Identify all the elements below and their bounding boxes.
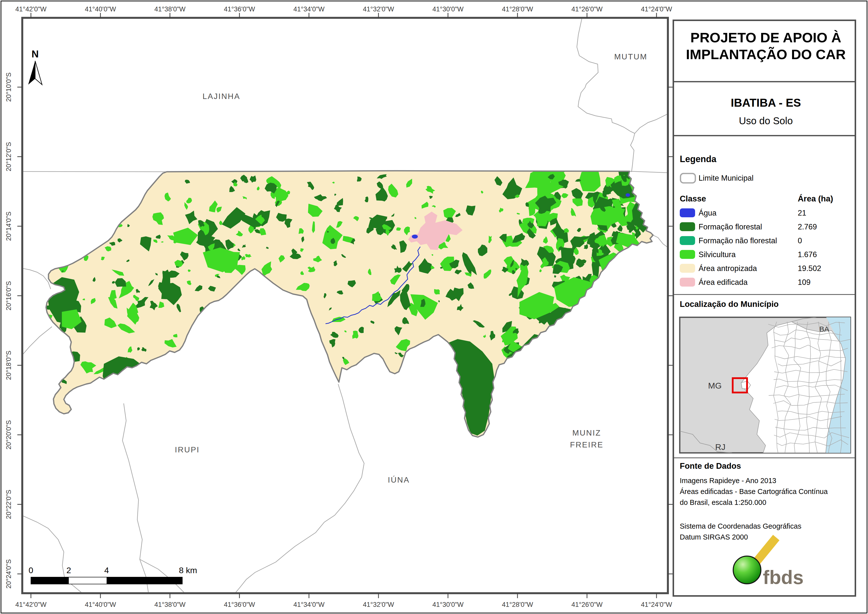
inset-label-ba: BA: [819, 325, 829, 333]
scale-4: 4: [104, 566, 109, 575]
project-title: PROJETO DE APOIO À IMPLANTAÇÃO DO CAR: [675, 29, 856, 63]
lon-label-top: 41°24'0"W: [641, 5, 672, 13]
lon-label-top: 41°32'0"W: [363, 5, 394, 13]
lat-label-left: 20°18'0"S: [5, 351, 12, 380]
lon-label-top: 41°30'0"W: [432, 5, 464, 13]
lon-label-bottom: 41°24'0"W: [641, 601, 672, 608]
label-mutum: MUTUM: [614, 52, 647, 61]
lon-label-top: 41°34'0"W: [293, 5, 325, 13]
label-freire: FREIRE: [570, 440, 603, 449]
lat-label-left: 20°12'0"S: [5, 142, 12, 171]
legend-swatch: [680, 208, 695, 217]
map-layout-page: LAJINHA MUTUM IRUPI IÚNA MUNIZ FREIRE IB…: [0, 0, 868, 614]
lat-label-left: 20°20'0"S: [5, 420, 12, 450]
inset-label-rj: RJ: [715, 442, 725, 452]
source-line-4: Sistema de Coordenadas Geográficas: [680, 522, 853, 530]
lon-label-bottom: 41°34'0"W: [293, 601, 325, 608]
lake: [412, 235, 418, 239]
legend-swatch: [680, 250, 695, 259]
scale-8km: 8 km: [179, 566, 197, 575]
scale-bar: [31, 577, 182, 584]
legend-class-label: Formação florestal: [699, 222, 762, 232]
label-lajinha: LAJINHA: [203, 92, 240, 101]
legend-area-value: 1.676: [798, 250, 817, 259]
logo-text: fbds: [763, 566, 804, 588]
legend-class-label: Área antropizada: [699, 264, 757, 273]
legend-swatch: [680, 278, 695, 287]
legend-swatch: [680, 264, 695, 273]
lat-label-left: 20°22'0"S: [5, 490, 12, 519]
lon-label-bottom: 41°40'0"W: [85, 601, 116, 608]
lat-label-left: 20°16'0"S: [5, 281, 12, 311]
legend-area-value: 0: [798, 236, 802, 245]
legend-col-classe: Classe: [680, 194, 706, 204]
source-line-5: Datum SIRGAS 2000: [680, 533, 853, 541]
map-theme-subtitle: Uso do Solo: [675, 115, 856, 126]
lat-label-left: 20°10'0"S: [5, 73, 12, 102]
label-iuna: IÚNA: [388, 476, 410, 484]
pond: [626, 193, 630, 197]
scale-2: 2: [67, 566, 71, 575]
legend-area-value: 109: [798, 278, 811, 287]
north-label: N: [32, 48, 39, 59]
lon-label-bottom: 41°26'0"W: [571, 601, 603, 608]
logo-sphere-icon: [733, 556, 761, 584]
limite-municipal-swatch: [680, 173, 696, 184]
project-title-line2: IMPLANTAÇÃO DO CAR: [675, 46, 856, 63]
legend-area-value: 21: [798, 208, 806, 218]
lon-label-top: 41°26'0"W: [571, 5, 603, 13]
lon-label-bottom: 41°38'0"W: [154, 601, 186, 608]
legend-col-area: Área (ha): [798, 194, 833, 204]
data-source-heading: Fonte de Dados: [680, 461, 741, 471]
lon-label-bottom: 41°30'0"W: [432, 601, 464, 608]
limite-municipal-label: Limite Municipal: [699, 174, 753, 183]
lon-label-top: 41°38'0"W: [154, 5, 186, 13]
scale-0: 0: [29, 566, 33, 575]
legend-class-label: Água: [699, 208, 716, 218]
lon-label-bottom: 41°36'0"W: [224, 601, 255, 608]
location-heading: Localização do Município: [680, 300, 779, 309]
legend-heading: Legenda: [680, 154, 716, 164]
map-frame-content: LAJINHA MUTUM IRUPI IÚNA MUNIZ FREIRE IB…: [23, 19, 668, 593]
inset-label-mg: MG: [708, 381, 722, 390]
legend-area-value: 2.769: [798, 222, 817, 232]
legend-swatch: [680, 222, 695, 231]
lon-label-bottom: 41°28'0"W: [502, 601, 533, 608]
inset-locator-map: BA MG RJ: [680, 317, 852, 462]
lon-label-bottom: 41°42'0"W: [16, 601, 47, 608]
source-line-1: Imagens Rapideye - Ano 2013: [680, 477, 853, 485]
legend-area-value: 19.502: [798, 264, 821, 273]
lon-label-top: 41°36'0"W: [224, 5, 255, 13]
lat-label-left: 20°24'0"S: [5, 559, 12, 589]
legend-swatch: [680, 236, 695, 245]
project-title-line1: PROJETO DE APOIO À: [675, 29, 856, 46]
label-irupi: IRUPI: [175, 445, 200, 454]
municipality-title: IBATIBA - ES: [675, 96, 856, 109]
lon-label-bottom: 41°32'0"W: [363, 601, 394, 608]
legend-class-label: Área edificada: [699, 278, 747, 287]
lon-label-top: 41°42'0"W: [16, 5, 47, 13]
source-line-3: do Brasil, escala 1:250.000: [680, 499, 853, 507]
source-line-2: Áreas edificadas - Base Cartográfica Con…: [680, 488, 853, 496]
lon-label-top: 41°40'0"W: [85, 5, 116, 13]
lon-label-top: 41°28'0"W: [502, 5, 533, 13]
lat-label-left: 20°14'0"S: [5, 211, 12, 241]
legend-class-label: Silvicultura: [699, 250, 736, 259]
legend-class-label: Formação não florestal: [699, 236, 777, 245]
label-muniz: MUNIZ: [572, 428, 601, 437]
